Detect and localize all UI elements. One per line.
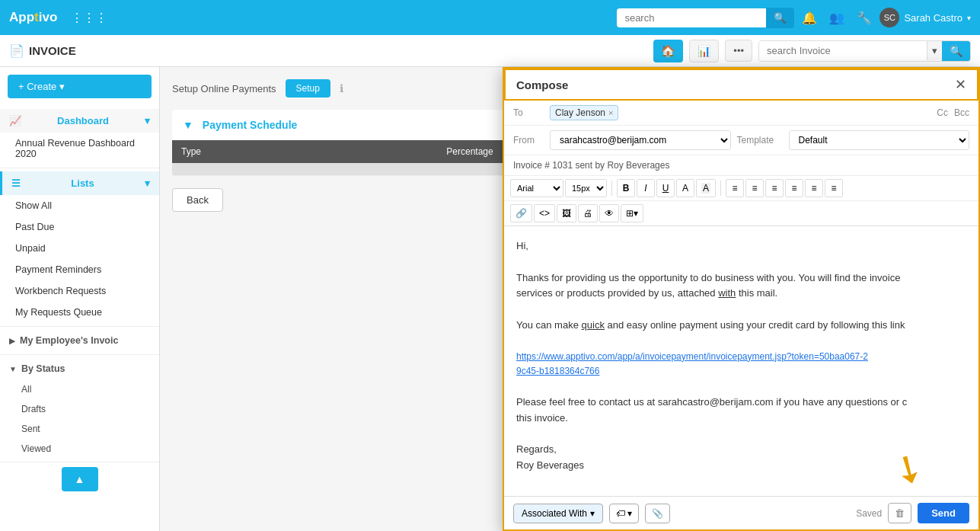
compose-close-button[interactable]: ✕ [955, 76, 966, 93]
sidebar-item-viewed[interactable]: Viewed [0, 439, 159, 459]
cc-label[interactable]: Cc [937, 107, 948, 118]
search-button[interactable]: 🔍 [766, 8, 794, 28]
align-left-button[interactable]: ≡ [726, 179, 744, 197]
underline-button[interactable]: U [656, 179, 675, 197]
home-button[interactable]: 🏠 [653, 40, 683, 62]
preview-button[interactable]: 👁 [599, 204, 619, 222]
table-button[interactable]: ⊞▾ [621, 204, 643, 222]
font-family-select[interactable]: Arial [510, 179, 563, 197]
sidebar-item-sent[interactable]: Sent [0, 419, 159, 439]
attach-icon: 📎 [652, 508, 663, 519]
list-ul-button[interactable]: ≡ [805, 179, 823, 197]
by-status-label: By Status [21, 363, 65, 374]
second-nav-bar: 📄 INVOICE 🏠 📊 ••• ▾ 🔍 [0, 35, 980, 67]
setup-button[interactable]: Setup [286, 79, 330, 98]
template-select[interactable]: Default [789, 130, 970, 150]
body-signature: Roy Beverages [516, 458, 966, 474]
chevron-down-icon: ▾ [967, 14, 971, 22]
body-line-6: this invoice. [516, 411, 966, 427]
user-name: Sarah Castro [904, 12, 962, 24]
tag-button[interactable]: 🏷 ▾ [609, 504, 639, 523]
delete-button[interactable]: 🗑 [888, 503, 911, 523]
sidebar-item-drafts[interactable]: Drafts [0, 399, 159, 419]
invoice-icon: 📄 [9, 43, 24, 58]
print-button[interactable]: 🖨 [578, 204, 598, 222]
font-size-select[interactable]: 15px [565, 179, 607, 197]
sidebar-item-show-all[interactable]: Show All [0, 195, 159, 216]
info-icon[interactable]: ℹ [340, 82, 343, 94]
sidebar: + Create ▾ 📈 Dashboard ▾ Annual Revenue … [0, 67, 160, 531]
compose-to-field: To Clay Jenson × Cc Bcc [504, 101, 978, 126]
from-email-select[interactable]: sarahcastro@berijam.com [550, 130, 731, 150]
sidebar-item-payment-reminders[interactable]: Payment Reminders [0, 259, 159, 280]
arrow-icon: ▼ [9, 365, 17, 373]
search-input[interactable] [617, 8, 769, 27]
compose-body: To Clay Jenson × Cc Bcc From sarahcastro… [504, 101, 978, 529]
toolbar-separator [611, 181, 612, 196]
link-button[interactable]: 🔗 [510, 204, 532, 222]
body-link[interactable]: https://www.apptivo.com/app/a/invoicepay… [516, 350, 966, 379]
highlight-button[interactable]: A [696, 179, 716, 197]
to-label: To [513, 107, 544, 118]
font-color-button[interactable]: A [676, 179, 694, 197]
dashboard-icon: 📈 [9, 115, 21, 126]
sidebar-dashboard-header[interactable]: 📈 Dashboard ▾ [0, 109, 159, 133]
compose-content[interactable]: Hi, Thanks for providing us the opportun… [504, 226, 978, 496]
logo-text: Apptivo [9, 10, 57, 25]
tag-close-icon[interactable]: × [608, 108, 613, 117]
associated-with-button[interactable]: Associated With ▾ [513, 504, 603, 523]
sidebar-employees-header[interactable]: ▶ My Employee's Invoic [0, 330, 159, 351]
sidebar-item-past-due[interactable]: Past Due [0, 216, 159, 238]
recipient-tag: Clay Jenson × [550, 105, 618, 120]
list-ol-button[interactable]: ≡ [825, 179, 843, 197]
chevron-down-icon: ▾ [145, 178, 150, 189]
create-button[interactable]: + Create ▾ [8, 75, 152, 98]
sidebar-lists-header[interactable]: ☰ Lists ▾ [0, 171, 159, 195]
align-right-button[interactable]: ≡ [765, 179, 784, 197]
back-button[interactable]: Back [172, 188, 223, 212]
recipient-name: Clay Jenson [555, 107, 605, 118]
chevron-down-icon: ▾ [145, 115, 150, 126]
body-line-2: Thanks for providing us the opportunity … [516, 270, 966, 286]
sidebar-item-annual-revenue[interactable]: Annual Revenue Dashboard 2020 [0, 133, 159, 165]
send-button[interactable]: Send [918, 503, 969, 523]
invoice-title: 📄 INVOICE [9, 43, 76, 58]
associated-with-chevron-icon: ▾ [590, 508, 595, 519]
more-options-button[interactable]: ••• [725, 40, 752, 62]
code-button[interactable]: <> [534, 204, 555, 222]
to-input[interactable] [624, 107, 931, 119]
search-invoice-input[interactable] [759, 41, 927, 60]
setup-payments-label: Setup Online Payments [172, 83, 276, 94]
compose-modal: Compose ✕ To Clay Jenson × Cc Bcc From s… [503, 67, 980, 531]
sidebar-item-unpaid[interactable]: Unpaid [0, 238, 159, 259]
search-invoice-container: ▾ 🔍 [758, 40, 971, 62]
settings-icon[interactable]: 🔧 [857, 11, 872, 25]
chart-button[interactable]: 📊 [689, 40, 719, 62]
table-col-type: Type [172, 140, 437, 163]
compose-title: Compose [516, 78, 568, 91]
body-line-5: Please feel free to contact us at sarahc… [516, 395, 966, 411]
notification-icon[interactable]: 🔔 [802, 11, 817, 25]
scroll-up-button[interactable]: ▲ [62, 467, 98, 491]
italic-button[interactable]: I [637, 179, 655, 197]
align-center-button[interactable]: ≡ [745, 179, 764, 197]
sidebar-item-my-requests-queue[interactable]: My Requests Queue [0, 302, 159, 323]
toolbar-separator [720, 181, 721, 196]
search-invoice-dropdown[interactable]: ▾ [927, 41, 942, 60]
sidebar-status-section: ▼ By Status All Drafts Sent Viewed [0, 355, 159, 462]
sidebar-item-all[interactable]: All [0, 379, 159, 399]
body-line-4: You can make quick and easy online payme… [516, 318, 966, 334]
attach-button[interactable]: 📎 [645, 504, 670, 523]
user-area[interactable]: SC Sarah Castro ▾ [879, 8, 971, 27]
sidebar-item-workbench-requests[interactable]: Workbench Requests [0, 280, 159, 302]
bold-button[interactable]: B [617, 179, 635, 197]
justify-button[interactable]: ≡ [785, 179, 803, 197]
image-button[interactable]: 🖼 [557, 204, 576, 222]
invoice-info-bar: Invoice # 1031 sent by Roy Beverages [504, 155, 978, 176]
compose-toolbar-row1: Arial 15px B I U A A ≡ ≡ ≡ ≡ ≡ ≡ [504, 176, 978, 201]
sidebar-status-header[interactable]: ▼ By Status [0, 358, 159, 379]
bcc-label[interactable]: Bcc [954, 107, 969, 118]
grid-icon[interactable]: ⋮⋮⋮ [71, 11, 107, 25]
search-invoice-button[interactable]: 🔍 [942, 41, 970, 61]
contacts-icon[interactable]: 👥 [829, 11, 844, 25]
